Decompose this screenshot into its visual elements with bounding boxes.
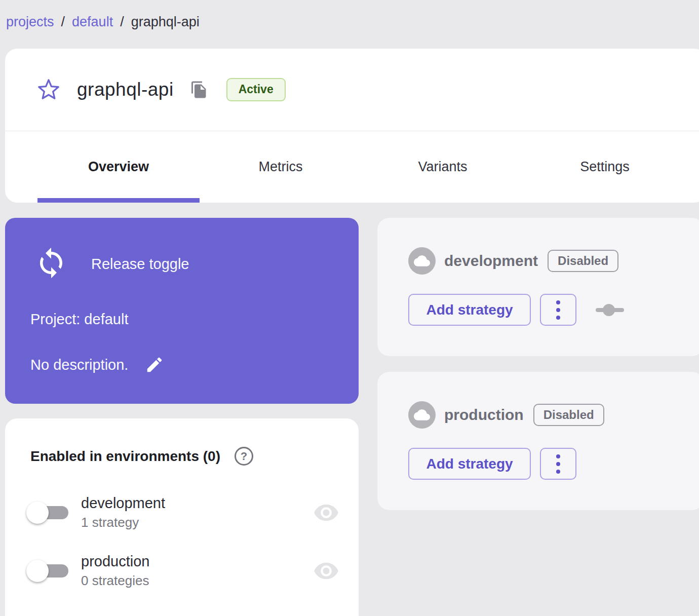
description-text: No description. bbox=[30, 357, 128, 373]
kebab-dot bbox=[556, 454, 560, 458]
toggle-thumb bbox=[26, 560, 49, 582]
kebab-menu-icon[interactable] bbox=[540, 448, 576, 480]
tab-label: Settings bbox=[580, 159, 630, 175]
kebab-dot bbox=[556, 308, 560, 312]
environment-name: production bbox=[81, 553, 149, 570]
favorite-star-icon[interactable] bbox=[36, 78, 61, 102]
feature-header-card: graphql-api Active Overview Metrics Vari… bbox=[5, 49, 699, 203]
environment-enable-toggle[interactable] bbox=[26, 500, 70, 525]
tab-bar: Overview Metrics Variants Settings bbox=[37, 131, 686, 203]
tab-variants[interactable]: Variants bbox=[362, 131, 524, 203]
edit-description-pencil-icon[interactable] bbox=[143, 354, 166, 376]
title-row: graphql-api Active bbox=[5, 49, 699, 131]
tab-settings[interactable]: Settings bbox=[524, 131, 686, 203]
environment-toggle-row-production: production 0 strategies bbox=[26, 552, 339, 590]
rollout-strategy-icon bbox=[596, 303, 624, 317]
breadcrumb-separator: / bbox=[120, 14, 124, 30]
kebab-dot bbox=[556, 300, 560, 304]
add-strategy-button[interactable]: Add strategy bbox=[408, 294, 531, 326]
environment-status-chip: Disabled bbox=[548, 250, 618, 272]
panel-heading-row: Enabled in environments (0) ? bbox=[30, 447, 253, 466]
tab-label: Overview bbox=[88, 159, 149, 175]
environment-card-actions: Add strategy bbox=[408, 294, 699, 326]
environment-card-header: development Disabled bbox=[408, 247, 699, 275]
environment-status-chip: Disabled bbox=[533, 404, 604, 426]
environment-labels: production 0 strategies bbox=[81, 553, 149, 589]
feature-summary-card: Release toggle Project: default No descr… bbox=[5, 218, 359, 404]
kebab-dot bbox=[556, 470, 560, 474]
strategy-count: 0 strategies bbox=[81, 573, 149, 589]
tab-label: Variants bbox=[418, 159, 467, 175]
cloud-icon bbox=[408, 401, 436, 429]
toggle-type-row: Release toggle bbox=[34, 246, 189, 282]
environment-name: development bbox=[81, 495, 165, 512]
strategy-count: 1 strategy bbox=[81, 515, 165, 530]
active-tab-indicator bbox=[37, 198, 200, 203]
description-row: No description. bbox=[30, 354, 166, 376]
kebab-menu-icon[interactable] bbox=[540, 294, 576, 326]
toggle-type-label: Release toggle bbox=[91, 256, 189, 273]
tab-label: Metrics bbox=[259, 159, 303, 175]
breadcrumb: projects / default / graphql-api bbox=[6, 14, 200, 30]
cloud-icon bbox=[408, 247, 436, 275]
environment-name: development bbox=[444, 252, 538, 270]
question-circle-icon[interactable]: ? bbox=[235, 447, 253, 466]
environment-toggle-list: development 1 strategy production 0 stra… bbox=[26, 493, 339, 610]
breadcrumb-link-projects[interactable]: projects bbox=[6, 14, 54, 30]
tab-metrics[interactable]: Metrics bbox=[200, 131, 362, 203]
page-title: graphql-api bbox=[77, 79, 174, 100]
environment-toggle-row-development: development 1 strategy bbox=[26, 493, 339, 532]
add-strategy-button[interactable]: Add strategy bbox=[408, 448, 531, 480]
environment-labels: development 1 strategy bbox=[81, 495, 165, 530]
breadcrumb-link-default[interactable]: default bbox=[72, 14, 113, 30]
breadcrumb-current: graphql-api bbox=[131, 14, 200, 30]
feature-toggle-page: projects / default / graphql-api graphql… bbox=[0, 0, 699, 616]
environment-card-actions: Add strategy bbox=[408, 448, 699, 480]
enabled-environments-panel: Enabled in environments (0) ? developmen… bbox=[5, 418, 359, 616]
copy-icon[interactable] bbox=[189, 80, 209, 100]
visibility-eye-icon[interactable] bbox=[313, 499, 339, 526]
toggle-thumb bbox=[26, 502, 49, 524]
panel-heading: Enabled in environments (0) bbox=[30, 448, 220, 465]
environment-card-development: development Disabled Add strategy bbox=[377, 218, 699, 356]
breadcrumb-separator: / bbox=[61, 14, 65, 30]
environment-card-production: production Disabled Add strategy bbox=[377, 372, 699, 510]
kebab-dot bbox=[556, 462, 560, 466]
environment-name: production bbox=[444, 406, 524, 423]
status-badge: Active bbox=[226, 78, 286, 101]
environment-card-header: production Disabled bbox=[408, 401, 699, 429]
visibility-eye-icon[interactable] bbox=[313, 558, 339, 584]
environment-enable-toggle[interactable] bbox=[26, 559, 70, 583]
kebab-dot bbox=[556, 316, 560, 320]
project-label: Project: default bbox=[30, 311, 128, 328]
release-toggle-loop-icon bbox=[34, 246, 68, 282]
tab-overview[interactable]: Overview bbox=[37, 131, 200, 203]
